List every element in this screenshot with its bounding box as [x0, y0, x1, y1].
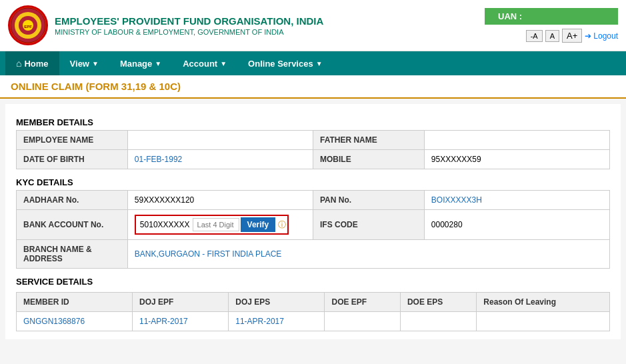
nav-online-services[interactable]: Online Services ▼ — [237, 51, 333, 75]
service-details-table: MEMBER ID DOJ EPF DOJ EPS DOE EPF DOE EP… — [16, 292, 610, 331]
nav-home-label: Home — [24, 59, 48, 69]
bank-input-group: 5010XXXXXX Verify ⓘ — [135, 215, 289, 235]
employee-name-label: EMPLOYEE NAME — [17, 131, 128, 150]
table-row: BANK ACCOUNT No. 5010XXXXXX Verify ⓘ IFS… — [17, 210, 610, 240]
col-member-id: MEMBER ID — [17, 293, 133, 312]
branch-label: BRANCH NAME & ADDRESS — [17, 240, 128, 269]
pan-value: BOIXXXXX3H — [424, 191, 609, 210]
bank-account-cell: 5010XXXXXX Verify ⓘ — [127, 210, 313, 240]
table-row: EMPLOYEE NAME FATHER NAME — [17, 131, 610, 150]
dob-label: DATE OF BIRTH — [17, 150, 128, 169]
nav-view[interactable]: View ▼ — [59, 51, 109, 75]
nav-account[interactable]: Account ▼ — [172, 51, 237, 75]
ifs-code-value: 0000280 — [424, 210, 609, 240]
table-row: DATE OF BIRTH 01-FEB-1992 MOBILE 95XXXXX… — [17, 150, 610, 169]
uan-box: UAN : — [485, 8, 618, 25]
nav-home[interactable]: ⌂ Home — [5, 51, 59, 75]
last4-digit-input[interactable] — [193, 218, 239, 231]
page-title: ONLINE CLAIM (FORM 31,19 & 10C) — [11, 81, 615, 92]
nav-online-services-label: Online Services — [248, 59, 313, 69]
navbar: ⌂ Home View ▼ Manage ▼ Account ▼ Online … — [0, 51, 626, 75]
nav-manage[interactable]: Manage ▼ — [109, 51, 172, 75]
pan-label: PAN No. — [313, 191, 424, 210]
font-medium-button[interactable]: A — [545, 30, 559, 42]
nav-manage-label: Manage — [120, 59, 152, 69]
reason-value — [477, 312, 610, 331]
kyc-details-table: AADHAAR No. 59XXXXXXX120 PAN No. BOIXXXX… — [16, 190, 610, 269]
mobile-value: 95XXXXXX59 — [424, 150, 609, 169]
svg-text:EPF: EPF — [24, 25, 32, 29]
col-doe-epf: DOE EPF — [325, 293, 400, 312]
table-row: AADHAAR No. 59XXXXXXX120 PAN No. BOIXXXX… — [17, 191, 610, 210]
top-right-controls: UAN : -A A A+ ➔ Logout — [485, 8, 618, 43]
logout-arrow-icon: ➔ — [585, 31, 591, 41]
home-icon: ⌂ — [16, 58, 21, 69]
col-doe-eps: DOE EPS — [400, 293, 476, 312]
father-name-label: FATHER NAME — [313, 131, 424, 150]
aadhaar-label: AADHAAR No. — [17, 191, 128, 210]
ifs-code-label: IFS CODE — [313, 210, 424, 240]
col-reason: Reason Of Leaving — [477, 293, 610, 312]
dob-value: 01-FEB-1992 — [127, 150, 313, 169]
nav-online-services-arrow-icon: ▼ — [316, 60, 323, 67]
nav-manage-arrow-icon: ▼ — [155, 60, 161, 67]
bank-account-label: BANK ACCOUNT No. — [17, 210, 128, 240]
nav-view-label: View — [70, 59, 89, 69]
org-name: EMPLOYEES' PROVIDENT FUND ORGANISATION, … — [55, 15, 323, 27]
header: EPF EMPLOYEES' PROVIDENT FUND ORGANISATI… — [0, 0, 626, 51]
table-row: BRANCH NAME & ADDRESS BANK,GURGAON - FIR… — [17, 240, 610, 269]
doe-epf-value — [325, 312, 400, 331]
epf-logo: EPF — [8, 5, 48, 45]
org-info: EMPLOYEES' PROVIDENT FUND ORGANISATION, … — [55, 15, 323, 36]
logout-label: Logout — [593, 31, 618, 41]
nav-account-arrow-icon: ▼ — [220, 60, 227, 67]
table-header-row: MEMBER ID DOJ EPF DOJ EPS DOE EPF DOE EP… — [17, 293, 610, 312]
service-details-header: SERVICE DETAILS — [16, 271, 610, 289]
page-title-bar: ONLINE CLAIM (FORM 31,19 & 10C) — [0, 75, 626, 99]
doj-epf-value: 11-APR-2017 — [133, 312, 229, 331]
member-id-value: GNGGN1368876 — [17, 312, 133, 331]
table-row: GNGGN1368876 11-APR-2017 11-APR-2017 — [17, 312, 610, 331]
father-name-value — [424, 131, 609, 150]
mobile-label: MOBILE — [313, 150, 424, 169]
font-small-button[interactable]: -A — [526, 30, 543, 42]
nav-account-label: Account — [183, 59, 217, 69]
employee-name-value — [127, 131, 313, 150]
logo-area: EPF EMPLOYEES' PROVIDENT FUND ORGANISATI… — [8, 5, 323, 45]
branch-value: BANK,GURGAON - FIRST INDIA PLACE — [127, 240, 609, 269]
nav-view-arrow-icon: ▼ — [92, 60, 99, 67]
aadhaar-value: 59XXXXXXX120 — [127, 191, 313, 210]
doj-eps-value: 11-APR-2017 — [229, 312, 325, 331]
kyc-details-header: KYC DETAILS — [16, 172, 610, 190]
font-controls: -A A A+ ➔ Logout — [526, 29, 618, 43]
bank-account-value: 5010XXXXXX — [137, 219, 193, 231]
main-content: MEMBER DETAILS EMPLOYEE NAME FATHER NAME… — [5, 104, 621, 339]
verify-button[interactable]: Verify — [241, 217, 276, 232]
logout-button[interactable]: ➔ Logout — [585, 31, 618, 41]
member-details-table: EMPLOYEE NAME FATHER NAME DATE OF BIRTH … — [16, 130, 610, 169]
col-doj-epf: DOJ EPF — [133, 293, 229, 312]
member-details-header: MEMBER DETAILS — [16, 112, 610, 130]
doe-eps-value — [400, 312, 476, 331]
font-large-button[interactable]: A+ — [562, 29, 582, 43]
info-icon[interactable]: ⓘ — [278, 219, 286, 231]
col-doj-eps: DOJ EPS — [229, 293, 325, 312]
org-sub: MINISTRY OF LABOUR & EMPLOYMENT, GOVERNM… — [55, 28, 323, 36]
